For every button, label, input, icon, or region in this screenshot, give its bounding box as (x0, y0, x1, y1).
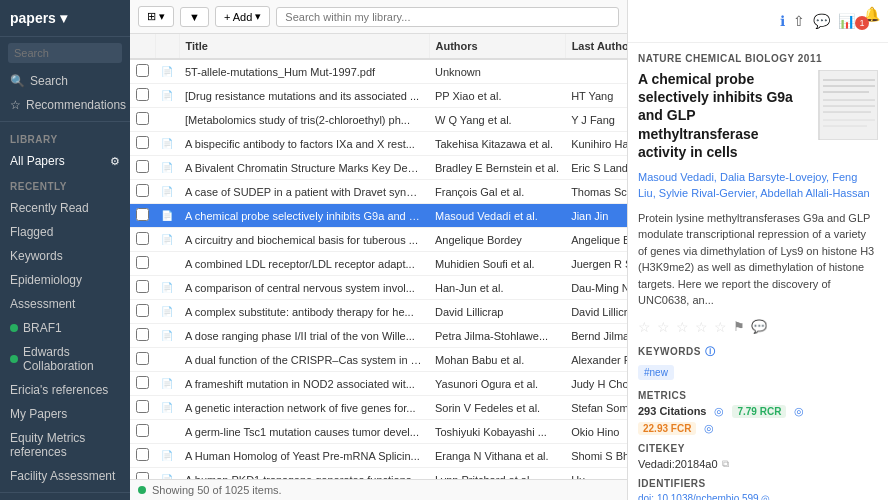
gear-icon[interactable]: ⚙ (110, 155, 120, 168)
table-row[interactable]: 📄A circuitry and biochemical basis for t… (130, 228, 627, 252)
row-checkbox[interactable] (136, 352, 149, 365)
sidebar-item-keywords[interactable]: Keywords (0, 244, 130, 268)
sidebar-item-my-papers[interactable]: My Papers (0, 402, 130, 426)
star-2[interactable]: ☆ (657, 319, 672, 335)
paper-title-cell[interactable]: A Bivalent Chromatin Structure Marks Key… (179, 156, 429, 180)
table-row[interactable]: 📄A complex substitute: antibody therapy … (130, 300, 627, 324)
star-4[interactable]: ☆ (695, 319, 710, 335)
sidebar-item-recommendations[interactable]: ☆ Recommendations (0, 93, 130, 117)
row-checkbox[interactable] (136, 304, 149, 317)
row-checkbox[interactable] (136, 472, 149, 479)
paper-title-cell[interactable]: A complex substitute: antibody therapy f… (179, 300, 429, 324)
sidebar-item-ericias[interactable]: Ericia's references (0, 378, 130, 402)
sidebar-item-flagged[interactable]: Flagged (0, 220, 130, 244)
row-checkbox[interactable] (136, 280, 149, 293)
star-3[interactable]: ☆ (676, 319, 691, 335)
filter-button[interactable]: ▼ (180, 7, 209, 27)
last-author-cell: Kunihiro Hattori (565, 132, 627, 156)
row-checkbox[interactable] (136, 88, 149, 101)
table-row[interactable]: 📄5T-allele-mutations_Hum Mut-1997.pdfUnk… (130, 59, 627, 84)
rcr-value: 7.79 RCR (732, 405, 786, 418)
row-checkbox[interactable] (136, 448, 149, 461)
sidebar-item-assessment[interactable]: Assessment (0, 292, 130, 316)
paper-title-cell[interactable]: A Human Homolog of Yeast Pre-mRNA Splici… (179, 444, 429, 468)
paper-title-cell[interactable]: A chemical probe selectively inhibits G9… (179, 204, 429, 228)
table-row[interactable]: 📄A Bivalent Chromatin Structure Marks Ke… (130, 156, 627, 180)
paper-title-cell[interactable]: [Metabolomics study of tris(2-chloroethy… (179, 108, 429, 132)
sidebar-item-all-papers[interactable]: All Papers ⚙ (0, 149, 130, 173)
flag-icon[interactable]: ⚑ (733, 319, 747, 334)
info-icon[interactable]: ℹ (780, 13, 785, 29)
paper-title-cell[interactable]: 5T-allele-mutations_Hum Mut-1997.pdf (179, 59, 429, 84)
table-row[interactable]: 📄[Drug resistance mutations and its asso… (130, 84, 627, 108)
star-1[interactable]: ☆ (638, 319, 653, 335)
paper-title-cell[interactable]: A case of SUDEP in a patient with Dravet… (179, 180, 429, 204)
sidebar-item-edwards[interactable]: Edwards Collaboration (0, 340, 130, 378)
paper-title-cell[interactable]: A comparison of central nervous system i… (179, 276, 429, 300)
sidebar-item-epidemiology[interactable]: Epidemiology (0, 268, 130, 292)
table-row[interactable]: 📄A comparison of central nervous system … (130, 276, 627, 300)
pdf-indicator (155, 348, 179, 372)
search-input[interactable] (8, 43, 122, 63)
sidebar-item-equity-metrics[interactable]: Equity Metrics references (0, 426, 130, 464)
table-row[interactable]: A dual function of the CRISPR–Cas system… (130, 348, 627, 372)
row-checkbox[interactable] (136, 232, 149, 245)
table-row[interactable]: [Metabolomics study of tris(2-chloroethy… (130, 108, 627, 132)
table-row[interactable]: 📄A dose ranging phase I/II trial of the … (130, 324, 627, 348)
paper-title-cell[interactable]: A bispecific antibody to factors IXa and… (179, 132, 429, 156)
sidebar-item-recently-read[interactable]: Recently Read (0, 196, 130, 220)
row-checkbox[interactable] (136, 64, 149, 77)
table-row[interactable]: 📄A frameshift mutation in NOD2 associate… (130, 372, 627, 396)
paper-title-cell[interactable]: A frameshift mutation in NOD2 associated… (179, 372, 429, 396)
table-search-input[interactable] (276, 7, 619, 27)
app-logo[interactable]: papers ▾ (0, 0, 130, 37)
view-toggle-button[interactable]: ⊞ ▾ (138, 6, 174, 27)
paper-title-cell[interactable]: A germ-line Tsc1 mutation causes tumor d… (179, 420, 429, 444)
table-row[interactable]: A combined LDL receptor/LDL receptor ada… (130, 252, 627, 276)
paper-title-cell[interactable]: A human PKD1 transgene generates functio… (179, 468, 429, 480)
paper-title-cell[interactable]: A combined LDL receptor/LDL receptor ada… (179, 252, 429, 276)
row-checkbox[interactable] (136, 136, 149, 149)
paper-title-cell[interactable]: A dual function of the CRISPR–Cas system… (179, 348, 429, 372)
col-header-authors[interactable]: Authors (429, 34, 565, 59)
paper-title-cell[interactable]: A genetic interaction network of five ge… (179, 396, 429, 420)
sidebar-item-search[interactable]: 🔍 Search (0, 69, 130, 93)
table-row[interactable]: 📄A human PKD1 transgene generates functi… (130, 468, 627, 480)
share-icon[interactable]: ⇧ (793, 13, 805, 29)
table-row[interactable]: A germ-line Tsc1 mutation causes tumor d… (130, 420, 627, 444)
col-header-title[interactable]: Title (179, 34, 429, 59)
table-row[interactable]: 📄A genetic interaction network of five g… (130, 396, 627, 420)
authors-cell: François Gal et al. (429, 180, 565, 204)
keyword-tag[interactable]: #new (638, 365, 674, 380)
sidebar-item-facility-assessment[interactable]: Facility Assessment (0, 464, 130, 488)
table-toolbar: ⊞ ▾ ▼ + Add ▾ (130, 0, 627, 34)
paper-title-cell[interactable]: [Drug resistance mutations and its assoc… (179, 84, 429, 108)
row-checkbox[interactable] (136, 208, 149, 221)
row-checkbox[interactable] (136, 376, 149, 389)
detail-authors[interactable]: Masoud Vedadi, Dalia Barsyte-Lovejoy, Fe… (638, 169, 878, 202)
paper-title-cell[interactable]: A dose ranging phase I/II trial of the v… (179, 324, 429, 348)
row-checkbox[interactable] (136, 184, 149, 197)
chart-icon[interactable]: 📊 (838, 13, 855, 29)
row-checkbox[interactable] (136, 424, 149, 437)
table-row[interactable]: 📄A bispecific antibody to factors IXa an… (130, 132, 627, 156)
add-button[interactable]: + Add ▾ (215, 6, 270, 27)
star-rating[interactable]: ☆ ☆ ☆ ☆ ☆ ⚑ 💬 (638, 319, 878, 335)
table-row[interactable]: 📄A Human Homolog of Yeast Pre-mRNA Splic… (130, 444, 627, 468)
row-checkbox[interactable] (136, 328, 149, 341)
row-checkbox[interactable] (136, 160, 149, 173)
sidebar-item-braf1[interactable]: BRAF1 (0, 316, 130, 340)
row-checkbox[interactable] (136, 112, 149, 125)
doi-link[interactable]: doi: 10.1038/nchembio.599 (638, 493, 759, 500)
table-row[interactable]: 📄A case of SUDEP in a patient with Drave… (130, 180, 627, 204)
comment-bubble-icon[interactable]: 💬 (751, 319, 769, 334)
table-row[interactable]: 📄A chemical probe selectively inhibits G… (130, 204, 627, 228)
row-checkbox[interactable] (136, 256, 149, 269)
col-header-lastauthor[interactable]: Last Author (565, 34, 627, 59)
star-5[interactable]: ☆ (714, 319, 729, 335)
citekey-copy-icon[interactable]: ⧉ (722, 458, 729, 470)
keywords-list: #new (638, 363, 878, 382)
paper-title-cell[interactable]: A circuitry and biochemical basis for tu… (179, 228, 429, 252)
row-checkbox[interactable] (136, 400, 149, 413)
comment-icon[interactable]: 💬 (813, 13, 830, 29)
